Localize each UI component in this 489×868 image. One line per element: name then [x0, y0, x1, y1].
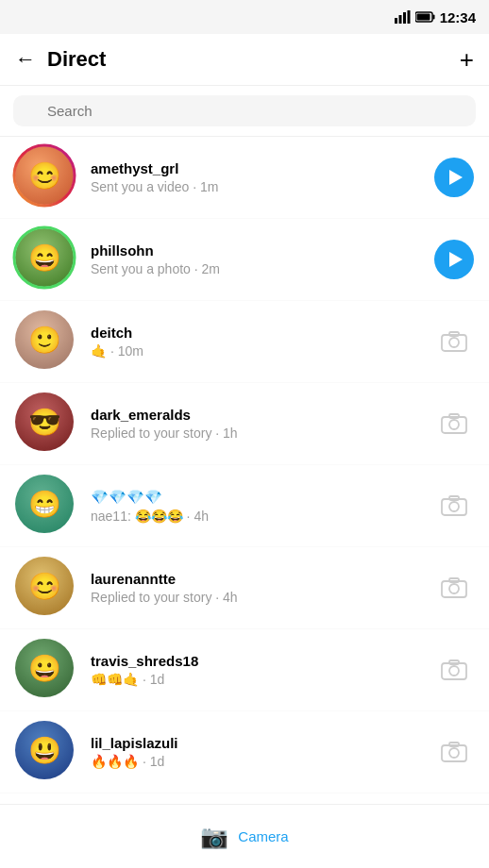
message-content: travis_shreds18 👊👊🤙 · 1d — [91, 653, 427, 687]
camera-icon[interactable] — [434, 486, 474, 526]
avatar: 😊 — [15, 557, 74, 615]
message-preview: nae11: 😂😂😂 · 4h — [91, 509, 427, 524]
camera-action-icon — [441, 742, 467, 762]
status-time: 12:34 — [440, 9, 476, 25]
svg-point-10 — [449, 338, 459, 347]
svg-rect-1 — [398, 15, 401, 24]
message-preview: 👊👊🤙 · 1d — [91, 672, 427, 687]
avatar: 😀 — [15, 639, 74, 697]
header: ← Direct + — [0, 34, 489, 86]
list-item[interactable]: 😄 phillsohn Sent you a photo · 2m — [0, 219, 489, 301]
svg-rect-23 — [449, 660, 459, 664]
svg-point-22 — [449, 666, 459, 676]
avatar: 🙂 — [15, 310, 74, 369]
svg-rect-0 — [395, 18, 397, 24]
svg-rect-17 — [449, 496, 459, 500]
message-username: deitch — [91, 325, 427, 341]
camera-action-icon — [441, 495, 467, 516]
message-content: amethyst_grl Sent you a video · 1m — [91, 160, 427, 194]
avatar-container: 😀 — [15, 639, 77, 701]
message-preview: 🔥🔥🔥 · 1d — [91, 754, 427, 769]
avatar: 😎 — [15, 392, 74, 451]
search-wrapper: 🔍 — [13, 95, 476, 126]
message-preview: Sent you a video · 1m — [91, 179, 427, 194]
list-item[interactable]: 😃 lil_lapislazuli 🔥🔥🔥 · 1d — [0, 711, 489, 793]
avatar-container: 😊 — [15, 146, 77, 209]
camera-icon[interactable] — [434, 732, 474, 772]
camera-action-icon — [441, 659, 467, 680]
message-username: 💎💎💎💎 — [91, 489, 427, 506]
list-item[interactable]: 😊 laurenanntte Replied to your story · 4… — [0, 547, 489, 629]
avatar-container: 😊 — [15, 557, 77, 619]
camera-icon[interactable] — [434, 404, 474, 443]
message-preview: 🤙 · 10m — [91, 343, 427, 359]
avatar: 😁 — [15, 475, 74, 533]
message-preview: Replied to your story · 4h — [91, 590, 427, 605]
camera-icon[interactable] — [434, 322, 474, 361]
svg-rect-26 — [449, 743, 459, 746]
message-username: travis_shreds18 — [91, 653, 427, 669]
message-content: lil_lapislazuli 🔥🔥🔥 · 1d — [91, 735, 427, 769]
svg-rect-11 — [449, 332, 459, 336]
message-content: laurenanntte Replied to your story · 4h — [91, 571, 427, 605]
camera-icon[interactable] — [434, 568, 474, 608]
list-item[interactable]: 😊 amethyst_grl Sent you a video · 1m — [0, 137, 489, 219]
svg-point-8 — [14, 227, 75, 288]
avatar-container: 🙂 — [15, 310, 77, 373]
avatar-container: 😄 — [15, 228, 77, 291]
svg-point-13 — [449, 420, 459, 429]
camera-action-icon — [441, 577, 467, 598]
camera-nav-label[interactable]: Camera — [238, 828, 288, 844]
message-username: dark_emeralds — [91, 407, 427, 423]
message-username: amethyst_grl — [91, 160, 427, 176]
camera-nav-icon: 📷 — [200, 824, 228, 850]
story-ring-gradient — [12, 143, 76, 208]
message-preview: Replied to your story · 1h — [91, 426, 427, 441]
status-bar: 12:34 — [0, 0, 489, 34]
avatar: 😃 — [15, 721, 74, 779]
list-item[interactable]: 🙂 deitch 🤙 · 10m — [0, 301, 489, 383]
play-button[interactable] — [434, 240, 474, 279]
svg-rect-14 — [449, 414, 459, 418]
battery-icon — [415, 11, 436, 23]
svg-point-25 — [449, 748, 459, 758]
message-content: dark_emeralds Replied to your story · 1h — [91, 407, 427, 441]
list-item[interactable]: 😎 dark_emeralds Replied to your story · … — [0, 383, 489, 465]
bottom-nav: 📷 Camera — [0, 804, 489, 868]
message-username: lil_lapislazuli — [91, 735, 427, 751]
svg-rect-6 — [416, 14, 430, 21]
page-title: Direct — [47, 47, 460, 72]
story-ring-green — [12, 225, 76, 290]
svg-rect-3 — [407, 10, 410, 24]
back-button[interactable]: ← — [15, 43, 43, 75]
avatar-container: 😁 — [15, 475, 77, 537]
avatar-container: 😎 — [15, 392, 77, 455]
message-content: 💎💎💎💎 nae11: 😂😂😂 · 4h — [91, 489, 427, 524]
svg-rect-5 — [432, 15, 434, 20]
message-username: phillsohn — [91, 242, 427, 259]
message-content: phillsohn Sent you a photo · 2m — [91, 242, 427, 276]
list-item[interactable]: 😁 💎💎💎💎 nae11: 😂😂😂 · 4h — [0, 465, 489, 547]
message-content: deitch 🤙 · 10m — [91, 325, 427, 359]
camera-action-icon — [441, 331, 467, 352]
status-icons: 12:34 — [395, 9, 476, 25]
svg-point-7 — [14, 145, 75, 206]
message-list: 😊 amethyst_grl Sent you a video · 1m 😄 p… — [0, 137, 489, 793]
svg-rect-20 — [449, 578, 459, 582]
svg-point-19 — [449, 584, 459, 593]
list-item[interactable]: 😀 travis_shreds18 👊👊🤙 · 1d — [0, 629, 489, 711]
message-username: laurenanntte — [91, 571, 427, 587]
signal-icon — [395, 10, 412, 24]
search-container: 🔍 — [0, 86, 489, 137]
play-button[interactable] — [434, 158, 474, 197]
svg-rect-2 — [403, 12, 406, 24]
add-button[interactable]: + — [460, 45, 474, 75]
avatar-container: 😃 — [15, 721, 77, 783]
svg-point-16 — [449, 502, 459, 511]
camera-action-icon — [441, 413, 467, 434]
camera-icon[interactable] — [434, 650, 474, 690]
message-preview: Sent you a photo · 2m — [91, 261, 427, 276]
search-input[interactable] — [13, 95, 476, 126]
